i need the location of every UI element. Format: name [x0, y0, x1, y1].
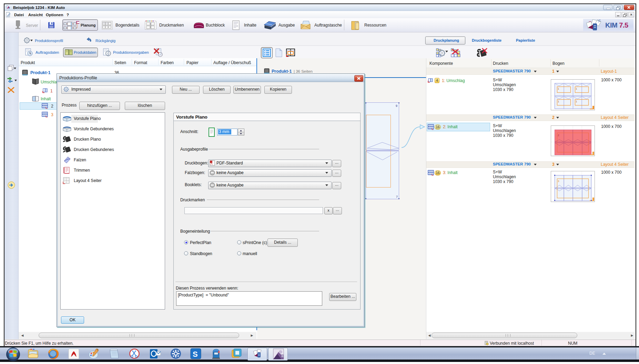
svg-text:A: A	[211, 162, 213, 165]
svg-text:1: 1	[558, 87, 559, 90]
svg-text:1: 1	[576, 87, 577, 90]
svg-text:3: 3	[558, 180, 559, 183]
svg-text:S: S	[193, 350, 198, 358]
svg-text:7: 7	[396, 195, 398, 199]
svg-text:1: 1	[576, 100, 577, 103]
svg-text:2: 2	[558, 134, 559, 137]
svg-text:1: 1	[558, 100, 559, 103]
svg-text:9: 9	[396, 104, 397, 108]
